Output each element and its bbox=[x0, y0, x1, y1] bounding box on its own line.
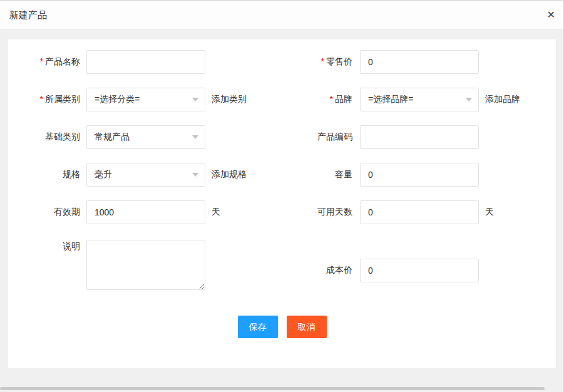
form-row-description: 说明 bbox=[8, 231, 280, 290]
close-icon[interactable]: ✕ bbox=[547, 10, 555, 20]
usable-days-label: 可用天数 bbox=[288, 207, 352, 218]
label-text: 品牌 bbox=[335, 94, 352, 104]
retail-price-label: *零售价 bbox=[288, 56, 352, 68]
usable-days-input[interactable] bbox=[360, 200, 479, 224]
horizontal-scrollbar[interactable] bbox=[0, 387, 545, 390]
capacity-input[interactable] bbox=[360, 163, 479, 187]
required-asterisk: * bbox=[40, 56, 43, 66]
label-text: 产品名称 bbox=[45, 56, 80, 66]
form-row-base-type: 基础类别 常规产品 bbox=[8, 118, 280, 156]
retail-price-input[interactable] bbox=[360, 50, 479, 74]
base-type-select-value: 常规产品 bbox=[95, 132, 130, 143]
form-row-category: *所属类别 =选择分类= 添加类别 bbox=[8, 81, 280, 118]
description-textarea[interactable] bbox=[86, 240, 205, 290]
product-name-input[interactable] bbox=[86, 50, 205, 74]
form-row-validity: 有效期 天 bbox=[8, 193, 280, 231]
product-name-label: *产品名称 bbox=[8, 56, 80, 68]
validity-input[interactable] bbox=[86, 200, 205, 224]
dropdown-arrow-icon bbox=[192, 135, 198, 139]
cancel-button[interactable]: 取消 bbox=[287, 316, 327, 338]
spec-select[interactable]: 毫升 bbox=[86, 163, 205, 187]
spec-label: 规格 bbox=[8, 169, 80, 180]
label-text: 成本价 bbox=[326, 265, 352, 275]
label-text: 所属类别 bbox=[45, 94, 80, 104]
dialog-title: 新建产品 bbox=[9, 9, 47, 21]
form-row-retail-price: *零售价 bbox=[288, 43, 556, 81]
required-asterisk: * bbox=[40, 94, 43, 104]
category-select[interactable]: =选择分类= bbox=[86, 88, 205, 111]
category-label: *所属类别 bbox=[8, 94, 80, 105]
form-row-usable-days: 可用天数 天 bbox=[288, 193, 556, 231]
form-row-product-name: *产品名称 bbox=[8, 43, 280, 81]
validity-unit: 天 bbox=[212, 207, 220, 218]
label-text: 基础类别 bbox=[45, 132, 80, 142]
label-text: 产品编码 bbox=[317, 132, 352, 142]
cost-price-input[interactable] bbox=[360, 259, 479, 282]
validity-label: 有效期 bbox=[8, 207, 80, 218]
save-button[interactable]: 保存 bbox=[238, 316, 278, 338]
add-category-link[interactable]: 添加类别 bbox=[212, 94, 247, 105]
brand-select-value: =选择品牌= bbox=[368, 94, 413, 105]
label-text: 零售价 bbox=[326, 56, 352, 66]
spec-select-value: 毫升 bbox=[95, 169, 112, 180]
form-row-capacity: 容量 bbox=[288, 156, 556, 193]
form-row-spec: 规格 毫升 添加规格 bbox=[8, 156, 280, 193]
product-code-input[interactable] bbox=[360, 125, 479, 149]
brand-select[interactable]: =选择品牌= bbox=[360, 88, 479, 111]
required-asterisk: * bbox=[321, 56, 324, 66]
form-row-brand: *品牌 =选择品牌= 添加品牌 bbox=[288, 81, 556, 118]
add-brand-link[interactable]: 添加品牌 bbox=[485, 94, 520, 105]
usable-days-unit: 天 bbox=[485, 207, 494, 218]
form-column-right: *零售价 *品牌 =选择品牌= 添加品牌 产品编码 容量 可用天数 天 成本价 bbox=[288, 43, 556, 289]
form-row-cost-price: 成本价 bbox=[288, 252, 556, 289]
dialog-header: 新建产品 ✕ bbox=[0, 1, 563, 30]
base-type-label: 基础类别 bbox=[8, 132, 80, 143]
dialog-body: *产品名称 *所属类别 =选择分类= 添加类别 基础类别 常规产品 规格 毫升 bbox=[8, 39, 556, 368]
label-text: 说明 bbox=[63, 241, 80, 251]
cost-price-label: 成本价 bbox=[288, 265, 352, 276]
base-type-select[interactable]: 常规产品 bbox=[86, 125, 205, 149]
brand-label: *品牌 bbox=[288, 94, 352, 105]
capacity-label: 容量 bbox=[288, 169, 352, 180]
description-label: 说明 bbox=[8, 231, 80, 252]
dropdown-arrow-icon bbox=[192, 98, 198, 101]
form-row-product-code: 产品编码 bbox=[288, 118, 556, 156]
label-text: 容量 bbox=[335, 169, 352, 179]
label-text: 规格 bbox=[63, 169, 80, 179]
label-text: 可用天数 bbox=[317, 207, 352, 217]
dropdown-arrow-icon bbox=[466, 98, 472, 101]
required-asterisk: * bbox=[330, 94, 333, 104]
button-row: 保存 取消 bbox=[8, 316, 556, 338]
label-text: 有效期 bbox=[54, 207, 80, 217]
dropdown-arrow-icon bbox=[192, 173, 198, 177]
product-code-label: 产品编码 bbox=[288, 132, 352, 143]
add-spec-link[interactable]: 添加规格 bbox=[212, 169, 247, 180]
category-select-value: =选择分类= bbox=[95, 94, 140, 105]
form-column-left: *产品名称 *所属类别 =选择分类= 添加类别 基础类别 常规产品 规格 毫升 bbox=[8, 43, 280, 290]
